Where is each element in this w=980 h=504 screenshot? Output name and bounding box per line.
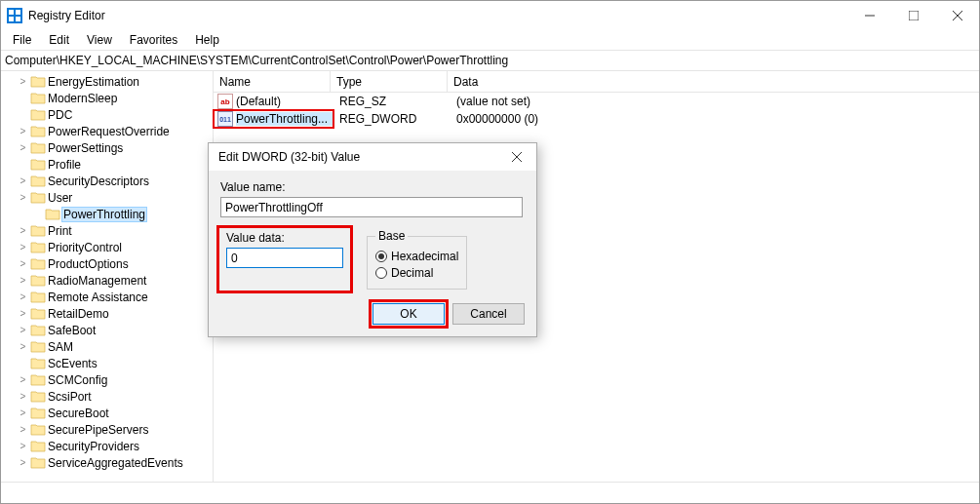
expand-icon[interactable]: > [16,242,30,252]
folder-icon [30,440,46,452]
expand-icon[interactable]: > [16,457,30,468]
expand-icon[interactable]: > [16,441,30,451]
tree-item-label: SAM [48,340,73,354]
tree-item[interactable]: ScEvents [1,355,213,371]
tree-pane[interactable]: >EnergyEstimationModernSleepPDC>PowerReq… [1,71,214,482]
col-header-type[interactable]: Type [331,71,448,92]
expand-icon[interactable]: > [16,374,30,385]
value-data: 0x00000000 (0) [451,112,538,126]
tree-item[interactable]: >SecurityProviders [1,438,213,454]
tree-item[interactable]: ModernSleep [1,90,213,106]
tree-item[interactable]: >SafeBoot [1,322,213,338]
tree-item[interactable]: >SecurityDescriptors [1,173,213,189]
expand-icon[interactable]: > [16,308,30,319]
value-data-field[interactable] [226,248,343,268]
tree-item-label: SafeBoot [48,324,96,337]
value-data: (value not set) [451,95,530,108]
maximize-button[interactable] [891,1,935,30]
tree-item-label: User [48,191,72,205]
radio-dec-indicator [375,267,387,279]
dialog-close-button[interactable] [497,143,536,171]
close-button[interactable] [935,1,979,30]
window-controls [847,1,979,30]
tree-item[interactable]: PDC [1,106,213,123]
radio-hex[interactable]: Hexadecimal [375,250,458,263]
tree-item-label: PDC [48,108,72,122]
menu-view[interactable]: View [79,31,120,49]
tree-item[interactable]: Profile [1,156,213,173]
base-legend: Base [375,229,408,243]
regedit-icon [7,8,22,23]
folder-icon [30,92,46,104]
tree-item-label: RetailDemo [48,307,109,321]
tree-item[interactable]: >SAM [1,338,213,355]
value-data-label: Value data: [226,231,343,245]
folder-icon [30,241,46,253]
expand-icon[interactable]: > [16,341,30,352]
dword-value-icon: 011 [217,111,233,127]
dialog-title: Edit DWORD (32-bit) Value [218,150,497,164]
folder-icon [30,224,46,237]
value-name-field[interactable] [220,197,523,217]
menubar: File Edit View Favorites Help [1,30,979,50]
tree-item[interactable]: >SCMConfig [1,371,213,388]
col-header-name[interactable]: Name [214,71,331,92]
expand-icon[interactable]: > [16,175,30,186]
expand-icon[interactable]: > [16,325,30,335]
window-title: Registry Editor [28,9,105,22]
radio-dec[interactable]: Decimal [375,266,458,280]
tree-item-label: EnergyEstimation [48,75,139,89]
tree-item[interactable]: >RadioManagement [1,272,213,289]
tree-item-label: Profile [48,158,81,172]
folder-icon [30,423,46,436]
tree-item[interactable]: >User [1,189,213,206]
tree-item[interactable]: >ServiceAggregatedEvents [1,454,213,471]
col-header-data[interactable]: Data [448,71,979,92]
tree-item[interactable]: >Remote Assistance [1,289,213,305]
tree-item[interactable]: >Print [1,222,213,239]
address-bar[interactable]: Computer\HKEY_LOCAL_MACHINE\SYSTEM\Curre… [1,50,979,71]
expand-icon[interactable]: > [16,275,30,286]
expand-icon[interactable]: > [16,391,30,402]
tree-item[interactable]: PowerThrottling [1,206,213,222]
list-row[interactable]: 011PowerThrottling...REG_DWORD0x00000000… [214,110,979,128]
expand-icon[interactable]: > [16,407,30,418]
expand-icon[interactable]: > [16,258,30,269]
expand-icon[interactable]: > [16,225,30,236]
menu-file[interactable]: File [5,31,39,49]
expand-icon[interactable]: > [16,126,30,136]
tree-item[interactable]: >SecureBoot [1,405,213,421]
tree-item[interactable]: >ProductOptions [1,255,213,272]
tree-item[interactable]: >ScsiPort [1,388,213,405]
expand-icon[interactable]: > [16,424,30,435]
tree-item-label: PowerSettings [48,141,123,155]
value-name: PowerThrottling... [236,112,333,126]
menu-edit[interactable]: Edit [41,31,77,49]
tree-item-label: PowerRequestOverride [48,125,170,138]
tree-item-label: SecurityDescriptors [48,174,149,188]
menu-help[interactable]: Help [187,31,227,49]
tree-item[interactable]: >SecurePipeServers [1,421,213,438]
tree-item[interactable]: >PowerSettings [1,139,213,156]
tree-item[interactable]: >PowerRequestOverride [1,123,213,139]
list-row[interactable]: ab(Default)REG_SZ(value not set) [214,93,979,110]
folder-icon [30,340,46,353]
expand-icon[interactable]: > [16,192,30,203]
value-type: REG_SZ [333,95,451,108]
tree-item[interactable]: >RetailDemo [1,305,213,322]
expand-icon[interactable]: > [16,291,30,302]
expand-icon[interactable]: > [16,76,30,87]
tree-item-label: ServiceAggregatedEvents [48,456,183,470]
folder-icon [30,257,46,270]
minimize-button[interactable] [847,1,891,30]
radio-hex-label: Hexadecimal [391,250,458,263]
address-text: Computer\HKEY_LOCAL_MACHINE\SYSTEM\Curre… [5,54,508,67]
tree-item[interactable]: >EnergyEstimation [1,73,213,90]
ok-button[interactable]: OK [372,303,445,325]
cancel-button[interactable]: Cancel [452,303,525,325]
tree-item[interactable]: >PriorityControl [1,239,213,255]
tree-item-label: SecurePipeServers [48,423,148,437]
edit-dword-dialog: Edit DWORD (32-bit) Value Value name: Va… [208,142,537,337]
expand-icon[interactable]: > [16,142,30,153]
menu-favorites[interactable]: Favorites [122,31,185,49]
